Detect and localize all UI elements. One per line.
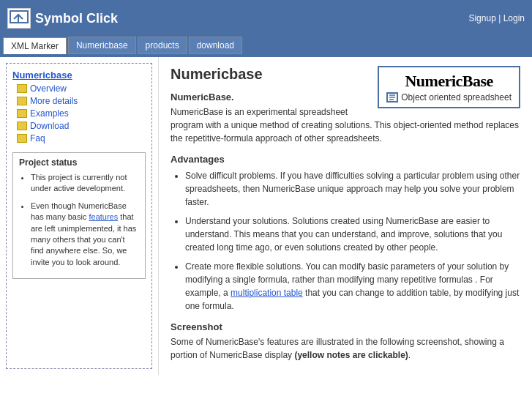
right-panel: NumericBase Object oriented spreadsheet … <box>158 57 532 375</box>
navbar: XML Marker Numericbase products download <box>0 37 532 57</box>
nav-tab-download[interactable]: download <box>189 37 242 54</box>
sidebar-link-examples[interactable]: Examples <box>30 108 69 119</box>
logo-area: Symbol Click <box>7 8 118 29</box>
nb-logo-title: NumericBase <box>386 72 512 91</box>
content-para-screenshot: Some of NumericBase's features are illus… <box>171 335 520 362</box>
folder-icon-more-details <box>17 97 27 105</box>
sidebar-item-download[interactable]: Download <box>17 121 146 131</box>
multiplication-table-link[interactable]: multiplication table <box>231 288 303 298</box>
sidebar-link-download[interactable]: Download <box>30 121 69 131</box>
project-status-list: This project is currently not under acti… <box>19 172 139 268</box>
logo-text: Symbol Click <box>35 11 118 26</box>
project-status-text-1: This project is currently not under acti… <box>31 173 127 193</box>
sidebar-title[interactable]: Numericbase <box>12 70 146 81</box>
nav-tab-xml-marker[interactable]: XML Marker <box>3 37 67 54</box>
header-links: Signup | Login <box>468 13 525 23</box>
section-heading-screenshot: Screenshot <box>171 321 520 332</box>
sidebar-link-more-details[interactable]: More details <box>30 96 78 106</box>
nb-logo-subtitle-text: Object oriented spreadsheet <box>401 92 512 102</box>
folder-icon-overview <box>17 84 27 93</box>
sidebar: Numericbase Overview More details Exampl… <box>6 63 152 369</box>
nb-logo-icon <box>386 92 398 102</box>
advantage-text-1: Solve difficult problems. If you have di… <box>185 171 520 207</box>
advantage-item-2: Understand your solutions. Solutions cre… <box>185 215 520 254</box>
advantage-text-2: Understand your solutions. Solutions cre… <box>185 216 502 253</box>
section-heading-advantages: Advantages <box>171 154 520 165</box>
separator: | <box>496 13 503 23</box>
sidebar-item-examples[interactable]: Examples <box>17 108 146 119</box>
nav-tab-products[interactable]: products <box>138 37 187 54</box>
project-status-item-2: Even though NumericBase has many basic f… <box>31 201 139 268</box>
features-link[interactable]: features <box>89 212 118 221</box>
sidebar-link-overview[interactable]: Overview <box>30 83 67 94</box>
bold-note: (yellow notes are clickable) <box>294 350 408 360</box>
nav-tab-numericbase[interactable]: Numericbase <box>68 37 136 54</box>
advantages-list: Solve difficult problems. If you have di… <box>171 169 520 313</box>
content-para-numericbase: NumericBase is an experimental spreadshe… <box>171 105 520 145</box>
project-status-box: Project status This project is currently… <box>12 152 146 279</box>
main-layout: Numericbase Overview More details Exampl… <box>0 57 532 375</box>
logo-icon <box>7 8 31 29</box>
login-link[interactable]: Login <box>503 13 525 23</box>
advantage-item-3: Create more flexible solutions. You can … <box>185 260 520 313</box>
sidebar-item-faq[interactable]: Faq <box>17 133 146 143</box>
sidebar-item-more-details[interactable]: More details <box>17 96 146 106</box>
header: Symbol Click Signup | Login <box>0 0 532 37</box>
nb-logo-subtitle: Object oriented spreadsheet <box>386 92 512 102</box>
folder-icon-examples <box>17 109 27 118</box>
sidebar-link-faq[interactable]: Faq <box>30 133 45 143</box>
folder-icon-faq <box>17 134 27 143</box>
nb-logo-box: NumericBase Object oriented spreadsheet <box>378 66 520 108</box>
signup-link[interactable]: Signup <box>468 13 495 23</box>
project-status-title: Project status <box>19 157 139 168</box>
sidebar-item-overview[interactable]: Overview <box>17 83 146 94</box>
project-status-item-1: This project is currently not under acti… <box>31 172 139 195</box>
folder-icon-download <box>17 122 27 130</box>
advantage-item-1: Solve difficult problems. If you have di… <box>185 169 520 209</box>
